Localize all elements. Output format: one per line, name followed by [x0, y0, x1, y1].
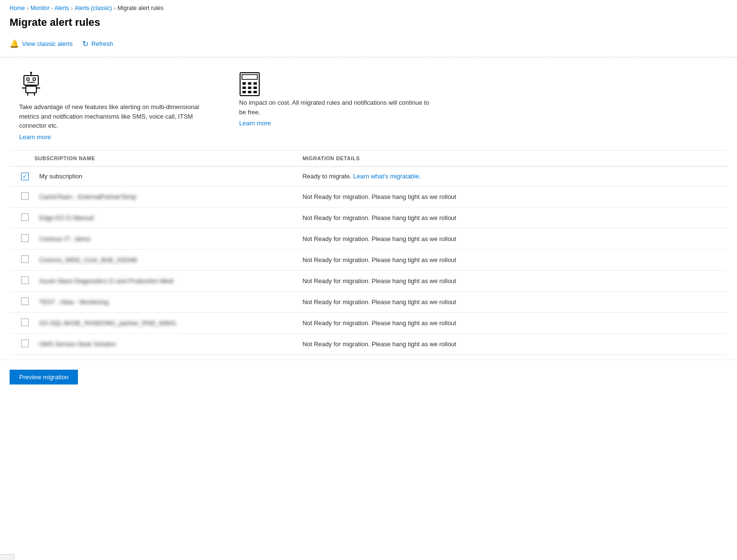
table-row: DX-SQL-BASE_RANDOM1_partner_RND_60841Not… [10, 312, 727, 333]
table-row: CacheTeam - ExternalPartnerTempNot Ready… [10, 186, 727, 207]
checkbox-unchecked-icon [21, 192, 29, 200]
subscription-name: DX-SQL-BASE_RANDOM1_partner_RND_60841 [39, 319, 176, 327]
subscription-checkbox[interactable] [15, 255, 34, 264]
migration-cell: Not Ready for migration. Please hang tig… [297, 333, 727, 354]
not-ready-migration-text: Not Ready for migration. Please hang tig… [302, 193, 456, 200]
not-ready-migration-text: Not Ready for migration. Please hang tig… [302, 340, 456, 348]
svg-rect-19 [253, 87, 257, 89]
not-ready-migration-text: Not Ready for migration. Please hang tig… [302, 235, 456, 242]
svg-rect-16 [253, 82, 257, 85]
checkbox-unchecked-icon [21, 276, 29, 284]
migration-cell: Not Ready for migration. Please hang tig… [297, 270, 727, 291]
subscription-cell: TEST - Atlas - Monitoring [10, 291, 297, 312]
scroll-indicator [0, 554, 14, 560]
subscription-checkbox[interactable]: ✓ [15, 173, 34, 180]
refresh-label: Refresh [91, 40, 113, 47]
subscription-name: CacheTeam - ExternalPartnerTemp [39, 193, 136, 200]
checkbox-unchecked-icon [21, 255, 29, 263]
toolbar: 🔔 View classic alerts ↻ Refresh [0, 36, 737, 57]
footer-section: Preview migration [0, 360, 737, 394]
table-row: Azure Stack Diagnostics CI and Productio… [10, 270, 727, 291]
subscription-cell: Contoso IT - demo [10, 228, 297, 249]
table-row: Cosmos_WDG_Core_BnB_100348Not Ready for … [10, 249, 727, 270]
svg-rect-14 [242, 82, 246, 85]
subscription-cell: OMS Service Desk Solution [10, 333, 297, 354]
checkbox-unchecked-icon [21, 340, 29, 347]
subscription-name: Contoso IT - demo [39, 235, 90, 242]
robot-icon [19, 72, 43, 96]
table-row: OMS Service Desk SolutionNot Ready for m… [10, 333, 727, 354]
svg-point-1 [30, 72, 32, 74]
checkbox-checked-icon: ✓ [21, 173, 29, 180]
breadcrumb-home[interactable]: Home [10, 5, 25, 11]
not-ready-migration-text: Not Ready for migration. Please hang tig… [302, 256, 456, 264]
learn-more-link-features[interactable]: Learn more [19, 133, 51, 141]
migration-cell: Not Ready for migration. Please hang tig… [297, 207, 727, 228]
checkbox-unchecked-icon [21, 318, 29, 326]
view-classic-alerts-label: View classic alerts [22, 40, 73, 47]
not-ready-migration-text: Not Ready for migration. Please hang tig… [302, 319, 456, 327]
th-subscription-name: SUBSCRIPTION NAME [10, 151, 297, 166]
table-section: SUBSCRIPTION NAME MIGRATION DETAILS ✓My … [0, 150, 737, 355]
table-row: Contoso IT - demoNot Ready for migration… [10, 228, 727, 249]
migration-cell: Ready to migrate. Learn what's migratabl… [297, 166, 727, 187]
not-ready-migration-text: Not Ready for migration. Please hang tig… [302, 277, 456, 285]
subscription-cell: ✓My subscription [10, 166, 297, 187]
breadcrumb-sep-3: › [114, 5, 116, 11]
preview-migration-button[interactable]: Preview migration [10, 370, 78, 384]
subscription-checkbox[interactable] [15, 213, 34, 222]
svg-rect-6 [26, 86, 36, 93]
subscription-cell: CacheTeam - ExternalPartnerTemp [10, 186, 297, 207]
subscription-name: TEST - Atlas - Monitoring [39, 298, 109, 306]
learn-more-link-cost[interactable]: Learn more [239, 120, 271, 127]
checkbox-unchecked-icon [21, 213, 29, 221]
table-row: TEST - Atlas - MonitoringNot Ready for m… [10, 291, 727, 312]
th-migration-details: MIGRATION DETAILS [297, 151, 727, 166]
subscription-cell: Edge ES CI Manual [10, 207, 297, 228]
not-ready-migration-text: Not Ready for migration. Please hang tig… [302, 298, 456, 306]
subscription-checkbox[interactable] [15, 276, 34, 285]
subscription-name: OMS Service Desk Solution [39, 340, 116, 348]
svg-rect-3 [27, 78, 29, 80]
svg-rect-22 [253, 91, 257, 93]
checkbox-unchecked-icon [21, 297, 29, 305]
subscription-name: Edge ES CI Manual [39, 214, 94, 221]
table-wrapper: SUBSCRIPTION NAME MIGRATION DETAILS ✓My … [10, 150, 727, 355]
subscription-checkbox[interactable] [15, 234, 34, 243]
svg-rect-13 [242, 75, 257, 79]
svg-rect-2 [24, 76, 38, 85]
breadcrumb-sep-1: › [27, 5, 29, 11]
refresh-icon: ↻ [82, 39, 88, 48]
page-title: Migrate alert rules [0, 14, 737, 36]
info-card-cost: No impact on cost. All migrated rules an… [239, 72, 430, 141]
migration-cell: Not Ready for migration. Please hang tig… [297, 291, 727, 312]
info-card-features: Take advantage of new features like aler… [19, 72, 210, 141]
migration-cell: Not Ready for migration. Please hang tig… [297, 312, 727, 333]
subscription-checkbox[interactable] [15, 340, 34, 349]
subscriptions-table: SUBSCRIPTION NAME MIGRATION DETAILS ✓My … [10, 151, 727, 355]
svg-rect-20 [242, 91, 246, 93]
subscription-name: Cosmos_WDG_Core_BnB_100348 [39, 256, 137, 264]
svg-rect-15 [248, 82, 252, 85]
refresh-button[interactable]: ↻ Refresh [82, 36, 118, 51]
view-classic-alerts-button[interactable]: 🔔 View classic alerts [10, 36, 77, 51]
learn-migratable-link[interactable]: Learn what's migratable. [353, 173, 421, 180]
subscription-checkbox[interactable] [15, 318, 34, 328]
migration-cell: Not Ready for migration. Please hang tig… [297, 249, 727, 270]
svg-rect-21 [248, 91, 252, 93]
subscription-checkbox[interactable] [15, 192, 34, 201]
table-row: Edge ES CI ManualNot Ready for migration… [10, 207, 727, 228]
breadcrumb-monitor-alerts[interactable]: Monitor - Alerts [31, 5, 69, 11]
calculator-icon [239, 72, 430, 98]
breadcrumb-alerts-classic[interactable]: Alerts (classic) [75, 5, 112, 11]
subscription-cell: Cosmos_WDG_Core_BnB_100348 [10, 249, 297, 270]
info-text-features: Take advantage of new features like aler… [19, 102, 210, 131]
subscription-name: My subscription [39, 173, 82, 180]
info-section: Take advantage of new features like aler… [0, 57, 737, 150]
subscription-checkbox[interactable] [15, 297, 34, 307]
info-text-cost: No impact on cost. All migrated rules an… [239, 98, 430, 117]
breadcrumb: Home › Monitor - Alerts › Alerts (classi… [0, 0, 737, 14]
bell-icon: 🔔 [10, 39, 19, 48]
checkbox-unchecked-icon [21, 234, 29, 242]
table-row: ✓My subscriptionReady to migrate. Learn … [10, 166, 727, 187]
